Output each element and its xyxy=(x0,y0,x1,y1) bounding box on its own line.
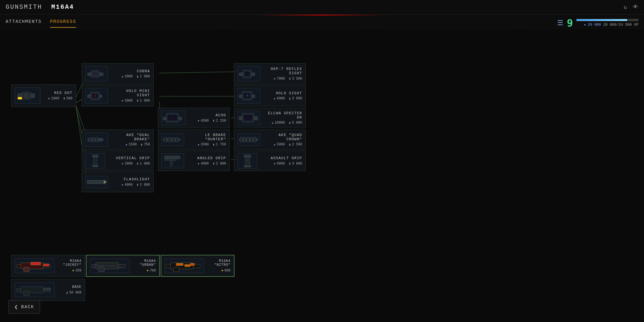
svg-rect-83 xyxy=(173,267,179,272)
node-flashlight[interactable]: FLASHLIGHT ★ 4000 ▮ 2 000 xyxy=(82,172,154,192)
star-icon: ★ xyxy=(274,76,276,81)
star-value: 2000 xyxy=(125,162,133,166)
red-dot-bullet-cost: ▮ 500 xyxy=(63,96,72,100)
node-acog[interactable]: ACOG ★ 4500 ▮ 2 250 xyxy=(158,108,230,128)
refresh-icon[interactable]: ↻ xyxy=(624,4,627,11)
star-icon: ★ xyxy=(198,161,200,166)
le-brake-name: LE BRAKE "HUNTER" xyxy=(187,133,226,141)
back-button[interactable]: ❮ BACK xyxy=(8,300,40,314)
red-dot-image xyxy=(15,87,40,104)
base-info: BASE ▮ 50 000 xyxy=(57,285,81,295)
holo-mini-costs: ★ 2000 ▮ 1 000 xyxy=(111,98,150,103)
svg-rect-45 xyxy=(165,156,180,159)
cobra-costs: ★ 2000 ▮ 1 000 xyxy=(111,75,150,79)
bullet-icon: ▮ xyxy=(137,98,139,103)
svg-rect-29 xyxy=(96,137,98,142)
flashlight-info: FLASHLIGHT ★ 4000 ▮ 2 000 xyxy=(111,177,150,187)
node-ake-dual-brake[interactable]: AKE "DUAL BRAKE" ★ 1500 ▮ 750 xyxy=(82,130,154,150)
urban-cost-value: 700 xyxy=(150,269,156,273)
bullet-icon: ▮ xyxy=(137,183,139,187)
nitro-cost: ● 800 xyxy=(207,269,231,273)
skin-base[interactable]: BASE ▮ 50 000 xyxy=(11,279,85,301)
vertical-grip-name: VERTICAL GRIP xyxy=(108,156,150,160)
base-name: BASE xyxy=(57,285,81,289)
bullet-value: 3 000 xyxy=(292,162,302,166)
assault-bullet: ▮ 3 000 xyxy=(289,161,302,166)
acog-star: ★ 4500 xyxy=(198,119,209,123)
star-icon: ★ xyxy=(274,143,276,147)
star-value: 3500 xyxy=(201,143,209,146)
skin-jockey[interactable]: M16A4 "JOCKEY" ● 350 xyxy=(11,255,85,277)
back-label: BACK xyxy=(21,305,34,310)
node-holo-sight[interactable]: HOLO SIGHT ★ 6000 ▮ 3 000 xyxy=(234,85,306,106)
header-icons: ↻ 👁 xyxy=(624,4,638,11)
tabs-bar: ATTACHMENTS PROGRESS xyxy=(0,15,644,29)
node-assault-grip[interactable]: ASSAULT GRIP ★ 6000 ▮ 3 000 xyxy=(234,151,306,171)
nitro-cost-value: 800 xyxy=(224,269,231,273)
ake-dual-star: ★ 1500 xyxy=(125,143,137,147)
star-icon: ★ xyxy=(121,161,123,166)
nitro-name: M16A4 "NITRO" xyxy=(207,259,231,267)
coin-icon: ● xyxy=(147,269,149,273)
tab-attachments[interactable]: ATTACHMENTS xyxy=(6,16,42,28)
node-ake-quad[interactable]: AKE "QUAD CROWN" ★ 5000 ▮ 2 500 xyxy=(234,130,306,150)
svg-rect-43 xyxy=(172,137,175,142)
svg-rect-47 xyxy=(170,161,172,166)
skin-nitro[interactable]: M16A4 "NITRO" ● 800 xyxy=(161,255,234,277)
svg-rect-17 xyxy=(18,97,22,99)
node-okp7[interactable]: OKP-7 REFLEX SIGHT ★ 7000 ▮ 3 500 xyxy=(234,63,306,84)
title-prefix: GUNSMITH xyxy=(6,4,42,11)
svg-rect-20 xyxy=(92,72,98,76)
bullet-icon: ▮ xyxy=(213,143,215,147)
svg-rect-75 xyxy=(43,264,49,266)
holo-sight-bullet: ▮ 3 000 xyxy=(289,97,302,101)
urban-name: M16A4 "URBAN" xyxy=(132,259,156,267)
base-cost-value: 50 000 xyxy=(69,291,81,295)
xp-star-value: 20 000 xyxy=(588,23,601,27)
holo-mini-bullet: ▮ 1 000 xyxy=(137,98,150,103)
urban-image xyxy=(90,259,129,273)
svg-rect-78 xyxy=(99,267,104,272)
eye-icon[interactable]: 👁 xyxy=(633,4,638,11)
star-value: 4000 xyxy=(125,183,133,187)
flashlight-costs: ★ 4000 ▮ 2 000 xyxy=(111,183,150,187)
vertical-grip-info: VERTICAL GRIP ★ 2000 ▮ 1 000 xyxy=(108,156,150,166)
back-chevron-icon: ❮ xyxy=(14,303,18,310)
flashlight-image xyxy=(85,176,108,188)
node-le-brake-hunter[interactable]: LE BRAKE "HUNTER" ★ 3500 ▮ 1 750 xyxy=(158,130,230,150)
bullet-icon: ▮ xyxy=(63,96,65,100)
svg-rect-46 xyxy=(165,159,176,161)
node-holo-mini[interactable]: HOLO MINI SIGHT ★ 2000 ▮ 1 000 xyxy=(82,85,154,106)
holo-mini-image xyxy=(85,88,108,104)
star-value: 1000 xyxy=(51,97,59,100)
okp7-bullet: ▮ 3 500 xyxy=(289,76,302,81)
svg-rect-60 xyxy=(240,137,242,142)
acog-bullet: ▮ 2 250 xyxy=(213,119,226,123)
xp-bar-fill xyxy=(577,19,627,21)
star-value: 6000 xyxy=(277,162,285,166)
node-cobra[interactable]: COBRA ★ 2000 ▮ 1 000 xyxy=(82,63,154,84)
tab-progress[interactable]: PROGRESS xyxy=(50,16,76,28)
bullet-value: 1 000 xyxy=(140,162,150,166)
elcan-star: ★ 10000 xyxy=(272,121,285,125)
svg-rect-63 xyxy=(250,137,253,142)
node-elcan[interactable]: ELCAN SPECTER DR ★ 10000 ▮ 5 000 xyxy=(234,108,306,128)
okp7-info: OKP-7 REFLEX SIGHT ★ 7000 ▮ 3 500 xyxy=(263,67,302,81)
star-icon: ★ xyxy=(125,143,127,147)
skin-urban[interactable]: M16A4 "URBAN" ● 700 xyxy=(86,255,160,277)
node-vertical-grip[interactable]: VERTICAL GRIP ★ 2000 ▮ 1 000 xyxy=(82,151,154,171)
bullet-value: 1 000 xyxy=(140,75,150,78)
bullet-value: 750 xyxy=(144,143,150,146)
assault-grip-costs: ★ 6000 ▮ 3 000 xyxy=(260,161,302,166)
node-angled-grip[interactable]: ANGLED GRIP ★ 4000 ▮ 2 000 xyxy=(158,151,230,171)
star-icon: ★ xyxy=(121,183,123,187)
node-red-dot[interactable]: RED DOT ★ 1000 ▮ 500 xyxy=(11,84,76,107)
svg-rect-64 xyxy=(254,137,256,142)
bullet-icon: ▮ xyxy=(289,121,291,125)
nitro-info: M16A4 "NITRO" ● 800 xyxy=(207,259,231,273)
elcan-info: ELCAN SPECTER DR ★ 10000 ▮ 5 000 xyxy=(263,111,302,125)
star-icon: ★ xyxy=(274,161,276,166)
svg-line-5 xyxy=(159,72,238,73)
holo-mini-star: ★ 2000 xyxy=(121,98,133,103)
le-brake-star: ★ 3500 xyxy=(198,143,209,147)
